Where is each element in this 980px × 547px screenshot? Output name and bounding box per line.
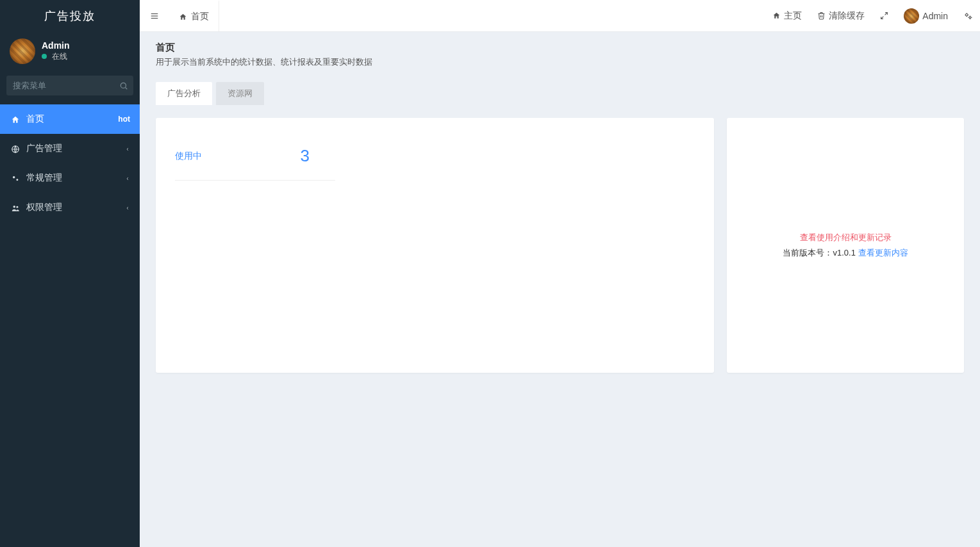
user-menu-label: Admin <box>922 11 948 21</box>
svg-point-4 <box>16 179 18 181</box>
app-logo[interactable]: 广告投放 <box>0 0 140 32</box>
menu-item-label: 首页 <box>26 113 44 125</box>
page-title: 首页 <box>156 42 964 54</box>
clear-cache-label: 清除缓存 <box>829 10 865 22</box>
nav-tab-label: 首页 <box>191 11 209 22</box>
nav-tab-home[interactable]: 首页 <box>169 0 219 31</box>
home-link-label: 主页 <box>784 10 802 22</box>
topbar: 首页 主页 清除缓存 Admin <box>140 0 980 32</box>
version-label: 当前版本号： <box>783 248 833 257</box>
trash-icon <box>817 12 826 20</box>
home-icon <box>179 12 187 21</box>
cogs-icon <box>963 12 972 20</box>
menu-item-label: 广告管理 <box>26 143 62 154</box>
menu-item-permission[interactable]: 权限管理 <box>0 193 140 222</box>
content-tabs: 广告分析 资源网 <box>156 82 964 105</box>
stat-value: 3 <box>301 146 310 166</box>
svg-point-0 <box>120 83 126 88</box>
menu-item-label: 常规管理 <box>26 172 62 184</box>
page-header: 首页 用于展示当前系统中的统计数据、统计报表及重要实时数据 <box>140 32 980 74</box>
stats-panel: 使用中 3 <box>156 118 714 373</box>
svg-line-10 <box>885 13 888 15</box>
globe-icon <box>10 143 21 154</box>
user-avatar[interactable] <box>10 38 35 64</box>
tab-resource-net[interactable]: 资源网 <box>216 82 264 105</box>
tab-ad-analysis[interactable]: 广告分析 <box>156 82 212 105</box>
cogs-icon <box>10 173 21 183</box>
toggle-sidebar-button[interactable] <box>140 0 169 31</box>
menu-item-label: 权限管理 <box>26 202 62 213</box>
users-icon <box>10 202 21 213</box>
chevron-left-icon <box>125 145 130 152</box>
sidebar-user-name: Admin <box>42 40 70 51</box>
stat-row-in-use: 使用中 3 <box>175 137 335 181</box>
svg-point-13 <box>969 16 971 18</box>
version-row: 当前版本号：v1.0.1 查看更新内容 <box>783 247 908 259</box>
update-link[interactable]: 查看更新内容 <box>858 248 908 257</box>
svg-line-11 <box>881 17 884 19</box>
badge-hot: hot <box>118 115 130 124</box>
version-number: v1.0.1 <box>833 248 855 257</box>
content-tab-label: 广告分析 <box>167 88 201 98</box>
intro-link[interactable]: 查看使用介绍和更新记录 <box>800 232 892 243</box>
home-link[interactable]: 主页 <box>765 0 810 31</box>
menu-item-home[interactable]: 首页 hot <box>0 104 140 134</box>
chevron-left-icon <box>125 204 130 211</box>
stat-label: 使用中 <box>175 151 202 162</box>
user-avatar-small <box>904 8 919 24</box>
sidebar-search <box>6 76 133 95</box>
bars-icon <box>150 12 159 20</box>
page-desc: 用于展示当前系统中的统计数据、统计报表及重要实时数据 <box>156 56 964 68</box>
sidebar-menu: 首页 hot 广告管理 常规管理 <box>0 104 140 222</box>
info-panel: 查看使用介绍和更新记录 当前版本号：v1.0.1 查看更新内容 <box>727 118 964 373</box>
svg-point-3 <box>13 176 15 179</box>
content-tab-label: 资源网 <box>228 88 253 98</box>
content-area: 首页 用于展示当前系统中的统计数据、统计报表及重要实时数据 广告分析 资源网 使… <box>140 32 980 547</box>
user-status-label: 在线 <box>52 52 67 61</box>
menu-item-ad-manage[interactable]: 广告管理 <box>0 134 140 163</box>
svg-line-1 <box>126 88 128 90</box>
expand-icon <box>880 12 888 20</box>
user-menu[interactable]: Admin <box>896 0 956 31</box>
chevron-left-icon <box>125 175 130 182</box>
menu-item-general[interactable]: 常规管理 <box>0 163 140 193</box>
home-icon <box>772 12 781 20</box>
app-name: 广告投放 <box>44 8 96 24</box>
main: 首页 主页 清除缓存 Admin <box>140 0 980 547</box>
search-icon <box>119 81 128 90</box>
fullscreen-button[interactable] <box>872 0 896 31</box>
clear-cache-button[interactable]: 清除缓存 <box>810 0 872 31</box>
svg-point-6 <box>16 206 18 208</box>
online-dot-icon <box>42 54 47 59</box>
settings-button[interactable] <box>956 0 980 31</box>
svg-point-12 <box>966 13 968 16</box>
search-button[interactable] <box>114 76 133 95</box>
sidebar-user-panel: Admin 在线 <box>0 32 140 70</box>
sidebar: 广告投放 Admin 在线 首页 hot <box>0 0 140 547</box>
svg-point-5 <box>13 206 16 208</box>
home-icon <box>10 114 21 124</box>
